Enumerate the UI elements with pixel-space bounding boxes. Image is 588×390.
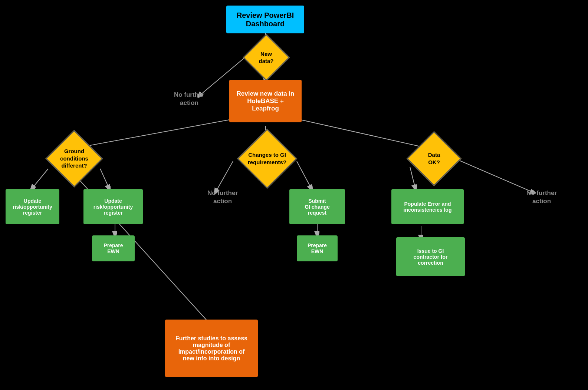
changes-gi-diamond-wrap: Changes to GI requirements? xyxy=(210,137,325,180)
update-risk2-label: Update risk/opportunity register xyxy=(93,198,133,216)
review-powerbi-box: Review PowerBI Dashboard xyxy=(226,6,304,33)
new-data-diamond-wrap: New data? xyxy=(237,41,295,74)
review-new-data-box: Review new data in HoleBASE + Leapfrog xyxy=(229,80,302,122)
no-further-right-label: No further action xyxy=(526,189,557,205)
no-further-middle-label: No further action xyxy=(207,189,238,205)
submit-gi-box: Submit GI change request xyxy=(289,189,345,224)
prepare-ewn2-label: Prepare EWN xyxy=(308,242,327,254)
update-risk1-label: Update risk/opportunity register xyxy=(13,198,52,216)
populate-error-box: Populate Error and inconsistencies log xyxy=(391,189,464,224)
populate-error-label: Populate Error and inconsistencies log xyxy=(404,201,452,213)
no-further-top: No further action xyxy=(163,91,215,107)
further-studies-label: Further studies to assess magnitude of i… xyxy=(175,335,247,362)
data-ok-diamond: Data OK? xyxy=(393,137,475,180)
prepare-ewn1-box: Prepare EWN xyxy=(92,235,135,261)
prepare-ewn2-box: Prepare EWN xyxy=(297,235,338,261)
further-studies-box: Further studies to assess magnitude of i… xyxy=(165,320,258,377)
update-risk1-box: Update risk/opportunity register xyxy=(6,189,59,224)
no-further-right: No further action xyxy=(518,189,566,205)
no-further-middle: No further action xyxy=(198,189,247,205)
review-powerbi-label: Review PowerBI Dashboard xyxy=(237,11,294,28)
new-data-diamond: New data? xyxy=(237,41,295,74)
ground-conditions-label: Ground conditions different? xyxy=(60,148,88,169)
issue-gi-label: Issue to GI contractor for correction xyxy=(414,248,448,266)
data-ok-label: Data OK? xyxy=(428,151,440,166)
changes-gi-diamond: Changes to GI requirements? xyxy=(210,137,325,180)
submit-gi-label: Submit GI change request xyxy=(305,198,330,216)
data-ok-diamond-wrap: Data OK? xyxy=(393,137,475,180)
changes-gi-label: Changes to GI requirements? xyxy=(248,151,286,166)
new-data-label: New data? xyxy=(259,50,273,65)
prepare-ewn1-label: Prepare EWN xyxy=(104,242,123,254)
ground-conditions-diamond-wrap: Ground conditions different? xyxy=(30,137,119,180)
no-further-top-label: No further action xyxy=(174,91,204,106)
review-new-data-label: Review new data in HoleBASE + Leapfrog xyxy=(237,90,295,112)
flowchart: Review PowerBI Dashboard New data? No fu… xyxy=(0,0,588,390)
issue-gi-box: Issue to GI contractor for correction xyxy=(396,237,465,276)
ground-conditions-diamond: Ground conditions different? xyxy=(30,137,119,180)
update-risk2-box: Update risk/opportunity register xyxy=(83,189,143,224)
